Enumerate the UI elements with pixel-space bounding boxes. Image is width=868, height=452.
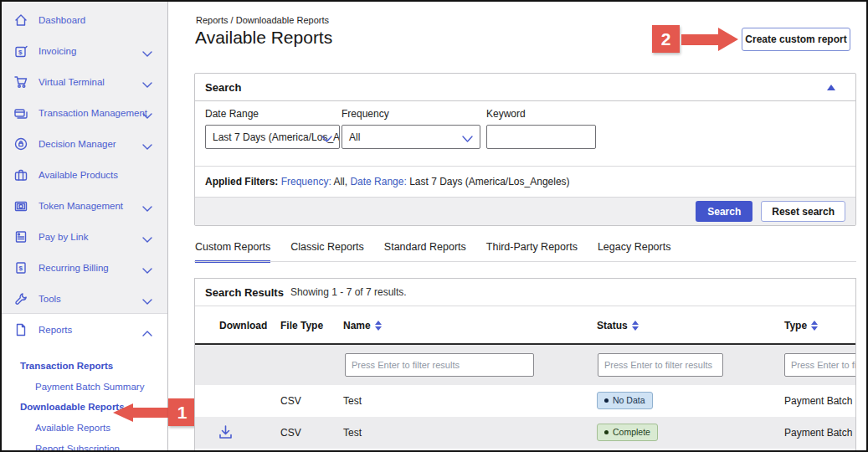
token-icon [13,198,29,214]
reset-search-button[interactable]: Reset search [761,201,845,222]
search-panel: Search Date Range Last 7 Days (America/L… [194,73,856,226]
name-filter-input[interactable] [345,353,534,377]
search-panel-title: Search [205,81,241,94]
page-title: Available Reports [195,28,332,48]
sidebar-item-recurring-billing[interactable]: $ Recurring Billing [2,252,167,283]
table-header-row: Download File Type Name Status Type [195,306,855,345]
sidebar-item-invoicing[interactable]: $ Invoicing [2,35,167,66]
table-filter-row [195,345,855,385]
date-range-select[interactable]: Last 7 Days (America/Los_Angeles) [205,125,340,149]
svg-text:$: $ [18,49,23,56]
applied-filters-row: Applied Filters: Frequency: All, Date Ra… [195,167,855,197]
applied-filter-value: Last 7 Days (America/Los_Angeles) [409,176,569,187]
sidebar-item-label: Dashboard [39,15,85,25]
reports-subnav: Transaction Reports Payment Batch Summar… [2,345,167,452]
sidebar-item-label: Tools [39,294,61,304]
tab-standard-reports[interactable]: Standard Reports [384,241,466,263]
svg-text:$: $ [19,265,23,272]
table-row: CSV Test Complete Payment Batch [195,417,855,449]
cell-name: Test [343,395,362,407]
frequency-value: All [349,131,360,143]
status-filter-input[interactable] [598,353,723,377]
sidebar-item-transaction-management[interactable]: Transaction Management [2,97,167,128]
collapse-caret-icon[interactable] [827,85,835,90]
annotation-arrow-left-icon [132,408,169,418]
sidebar-link-available-reports[interactable]: Available Reports [2,421,167,434]
sidebar-item-label: Decision Manager [39,139,116,149]
wrench-icon [13,290,29,307]
tab-classic-reports[interactable]: Classic Reports [290,241,364,263]
chevron-down-icon [142,232,152,247]
date-range-label: Date Range [205,108,340,120]
sidebar-link-payment-batch-summary[interactable]: Payment Batch Summary [2,380,167,393]
search-fields: Date Range Last 7 Days (America/Los_Ange… [195,101,855,167]
sort-icon[interactable] [811,321,818,331]
sidebar-item-token-management[interactable]: Token Management [2,190,167,221]
chevron-down-icon [142,46,152,61]
column-header-download: Download [219,320,267,331]
frequency-select[interactable]: All [342,125,480,149]
annotation-step-2-badge: 2 [652,25,680,53]
annotation-arrow-right-icon [681,34,720,45]
briefcase-icon [13,167,29,183]
chevron-down-icon [321,134,332,146]
chevron-down-icon [142,263,152,278]
type-filter-input[interactable] [784,353,856,377]
search-button[interactable]: Search [696,201,752,222]
applied-filter-name: Frequency: [281,176,331,187]
status-badge: No Data [597,392,653,409]
column-header-name[interactable]: Name [343,320,382,331]
card-icon [13,105,29,121]
tab-legacy-reports[interactable]: Legacy Reports [598,241,671,263]
search-panel-header: Search [195,74,855,101]
sort-icon[interactable] [632,321,639,331]
applied-filter-name: Date Range: [350,176,406,187]
table-row: CSV Test No Data Payment Batch [195,385,855,417]
tab-custom-reports[interactable]: Custom Reports [195,241,270,263]
billing-icon: $ [13,259,29,276]
paylink-icon [13,229,29,245]
sidebar-item-label: Invoicing [39,46,76,56]
column-header-label: Status [597,320,628,331]
sidebar-item-tools[interactable]: Tools [2,283,167,314]
sort-icon[interactable] [375,321,382,331]
app-window: Dashboard $ Invoicing Virtual Terminal [0,0,868,452]
sidebar-item-decision-manager[interactable]: Decision Manager [2,128,167,159]
tab-third-party-reports[interactable]: Third-Party Reports [486,241,578,263]
status-badge: Complete [597,424,658,441]
status-dot-icon [604,398,609,403]
subnav-heading-transaction-reports: Transaction Reports [2,359,167,372]
breadcrumb[interactable]: Reports / Downloadable Reports [196,15,329,25]
applied-filters-label: Applied Filters: [205,176,278,187]
column-header-status[interactable]: Status [597,320,639,331]
sidebar-item-dashboard[interactable]: Dashboard [2,4,167,35]
sidebar-item-label: Recurring Billing [39,263,109,273]
column-header-label: Type [784,320,807,331]
chevron-down-icon [142,139,152,154]
cart-icon [13,74,29,90]
keyword-field: Keyword [486,108,596,149]
sidebar-item-reports[interactable]: Reports [2,314,167,345]
sidebar-link-report-subscription-management[interactable]: Report Subscription Management [2,442,167,452]
chevron-down-icon [142,108,152,123]
sidebar-item-pay-by-link[interactable]: Pay by Link [2,221,167,252]
column-header-file-type: File Type [280,320,323,331]
sidebar-item-label: Reports [39,325,72,335]
download-icon[interactable] [217,424,234,444]
create-custom-report-button[interactable]: Create custom report [742,28,850,51]
report-tabs: Custom Reports Classic Reports Standard … [195,241,670,263]
annotation-arrowhead-right-icon [718,28,738,51]
sidebar-item-available-products[interactable]: Available Products [2,159,167,190]
frequency-field: Frequency All [342,108,480,149]
keyword-input[interactable] [486,125,596,149]
status-text: Complete [613,427,650,437]
chevron-down-icon [142,294,152,309]
sidebar-item-label: Virtual Terminal [39,77,105,87]
sidebar-item-virtual-terminal[interactable]: Virtual Terminal [2,66,167,97]
sidebar: Dashboard $ Invoicing Virtual Terminal [2,2,168,450]
results-header: Search Results Showing 1 - 7 of 7 result… [195,279,855,306]
cell-file-type: CSV [280,395,301,407]
column-header-type[interactable]: Type [784,320,818,331]
frequency-label: Frequency [342,108,480,120]
sidebar-item-label: Token Management [39,201,123,211]
